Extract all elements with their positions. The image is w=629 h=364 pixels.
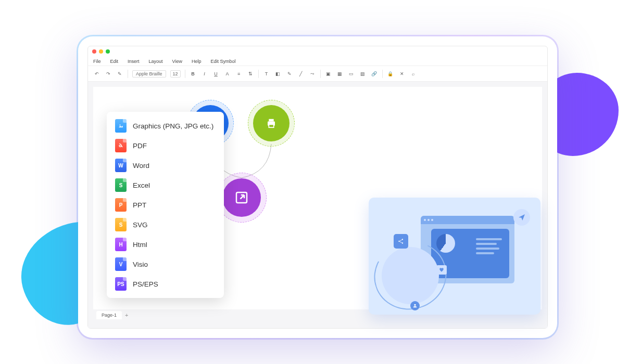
menu-edit[interactable]: Edit xyxy=(110,59,119,64)
menu-file[interactable]: File xyxy=(93,59,101,64)
export-html[interactable]: H Html xyxy=(107,235,224,254)
menu-layout[interactable]: Layout xyxy=(149,59,163,64)
excel-file-icon: S xyxy=(115,178,127,192)
tab-page-1[interactable]: Page-1 xyxy=(96,311,122,319)
svg-point-9 xyxy=(402,239,403,240)
search-icon[interactable]: ⌕ xyxy=(410,70,417,77)
align-button[interactable]: ≡ xyxy=(235,70,243,77)
image-tool-icon[interactable]: ▣ xyxy=(325,70,332,77)
text-tool-icon[interactable]: T xyxy=(263,70,270,77)
export-menu: Graphics (PNG, JPG etc.) PDF W Word S Ex… xyxy=(107,112,224,298)
export-icon xyxy=(234,190,249,205)
send-badge-icon xyxy=(513,209,530,226)
italic-button[interactable]: I xyxy=(201,70,208,77)
shape-tool-icon[interactable]: ▨ xyxy=(359,70,367,77)
export-visio-label: Visio xyxy=(133,261,148,268)
link-tool-icon[interactable]: 🔗 xyxy=(371,70,378,77)
svg-file-icon: S xyxy=(115,218,127,231)
redo-icon[interactable]: ↷ xyxy=(105,70,112,77)
export-graphics[interactable]: Graphics (PNG, JPG etc.) xyxy=(107,116,224,136)
export-svg[interactable]: S SVG xyxy=(107,215,224,235)
table-tool-icon[interactable]: ▦ xyxy=(336,70,344,77)
image-file-icon xyxy=(115,119,127,133)
html-file-icon: H xyxy=(115,238,127,251)
export-html-label: Html xyxy=(133,241,147,249)
pdf-file-icon xyxy=(115,139,127,152)
line-tool-icon[interactable]: ╱ xyxy=(297,70,305,77)
export-node[interactable] xyxy=(222,178,261,217)
lock-icon[interactable]: 🔒 xyxy=(387,70,394,77)
export-pdf-label: PDF xyxy=(133,142,147,150)
add-page-button[interactable]: + xyxy=(125,312,128,318)
text-color-button[interactable]: A xyxy=(224,70,231,77)
undo-icon[interactable]: ↶ xyxy=(93,70,100,77)
export-word-label: Word xyxy=(133,162,149,170)
container-tool-icon[interactable]: ▭ xyxy=(348,70,355,77)
svg-point-10 xyxy=(402,242,403,243)
font-family-select[interactable]: Apple Braille xyxy=(132,70,166,77)
window-titlebar xyxy=(88,46,547,57)
menu-view[interactable]: View xyxy=(172,59,182,64)
word-file-icon: W xyxy=(115,159,127,172)
bold-button[interactable]: B xyxy=(190,70,197,77)
settings-icon[interactable]: ✕ xyxy=(398,70,406,77)
export-ppt[interactable]: P PPT xyxy=(107,195,224,215)
font-size-input[interactable]: 12 xyxy=(170,70,181,77)
ps-file-icon: PS xyxy=(115,277,127,291)
print-node[interactable] xyxy=(253,105,290,141)
menu-insert[interactable]: Insert xyxy=(128,59,140,64)
toolbar: ↶ ↷ ✎ Apple Braille 12 B I U A ≡ ⇅ T ◧ ✎… xyxy=(88,66,547,82)
underline-button[interactable]: U xyxy=(212,70,220,77)
export-graphics-label: Graphics (PNG, JPG etc.) xyxy=(133,122,213,130)
export-ps[interactable]: PS PS/EPS xyxy=(107,274,224,294)
pen-tool-icon[interactable]: ✎ xyxy=(286,70,293,77)
ppt-file-icon: P xyxy=(115,198,127,212)
export-pdf[interactable]: PDF xyxy=(107,136,224,155)
svg-point-8 xyxy=(398,241,399,242)
export-excel-label: Excel xyxy=(133,181,150,189)
connector-tool-icon[interactable]: ⤳ xyxy=(309,70,316,77)
share-badge-icon xyxy=(394,234,408,249)
svg-rect-4 xyxy=(269,119,273,122)
export-excel[interactable]: S Excel xyxy=(107,175,224,195)
svg-point-11 xyxy=(414,304,416,306)
format-painter-icon[interactable]: ✎ xyxy=(116,70,123,77)
export-visio[interactable]: V Visio xyxy=(107,254,224,274)
user-badge-icon xyxy=(410,301,420,310)
heart-badge-icon xyxy=(436,265,447,275)
menu-help[interactable]: Help xyxy=(192,59,202,64)
close-dot[interactable] xyxy=(92,49,96,54)
visio-file-icon: V xyxy=(115,257,127,271)
export-svg-label: SVG xyxy=(133,221,148,229)
export-word[interactable]: W Word xyxy=(107,155,224,175)
menu-edit-symbol[interactable]: Edit Symbol xyxy=(210,59,235,64)
maximize-dot[interactable] xyxy=(106,49,110,54)
menubar: File Edit Insert Layout View Help Edit S… xyxy=(88,57,547,66)
export-ps-label: PS/EPS xyxy=(133,280,158,288)
illustration-card xyxy=(369,198,540,315)
spacing-button[interactable]: ⇅ xyxy=(247,70,254,77)
pie-chart-icon xyxy=(436,234,455,253)
fill-tool-icon[interactable]: ◧ xyxy=(274,70,282,77)
export-ppt-label: PPT xyxy=(133,201,146,209)
svg-rect-5 xyxy=(269,124,273,127)
printer-icon xyxy=(264,116,279,131)
minimize-dot[interactable] xyxy=(99,49,103,54)
svg-point-7 xyxy=(120,125,121,126)
